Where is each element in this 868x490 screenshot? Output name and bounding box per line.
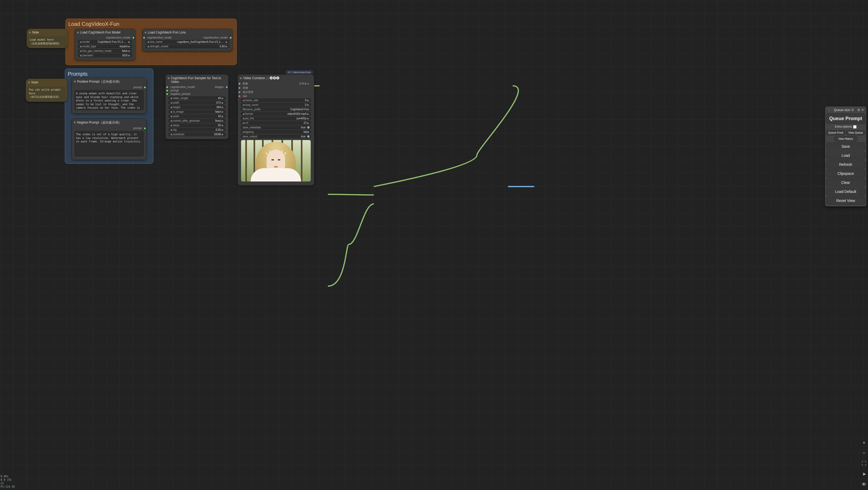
param-low-gpu[interactable]: ◀low_gpu_memory_modefalse▶ <box>78 49 132 53</box>
param-steps[interactable]: ◀steps50▶ <box>168 123 226 127</box>
navigate-icon[interactable]: ➤ <box>862 471 866 477</box>
param-video-length[interactable]: ◀video_length49▶ <box>168 96 226 100</box>
note-load-text[interactable]: Load model here （在此选择要使用的模型） <box>28 36 66 47</box>
note-prompt-text[interactable]: You can write prompt here （你可以在此填写提示词） <box>27 86 66 100</box>
zoom-out-icon[interactable]: − <box>863 451 866 456</box>
canvas-controls: ＋ − ⛶ ➤ 👁 <box>862 439 866 487</box>
stats-overlay: 0.00s 8 8 [8] 22 PS:119.05 <box>1 474 15 488</box>
out-images: images <box>215 86 223 89</box>
refresh-button[interactable]: Refresh <box>826 160 865 169</box>
param-meta[interactable]: save_metadatatrue <box>241 125 311 129</box>
pos-prompt-text[interactable]: A young woman with beautiful and clear e… <box>74 90 144 110</box>
extra-options-checkbox[interactable] <box>853 125 857 129</box>
save-button[interactable]: Save <box>826 143 865 150</box>
param-scheduler[interactable]: ◀schedulerDDIM▶ <box>168 132 226 136</box>
param-crf[interactable]: ◀crf22▶ <box>241 121 311 125</box>
extra-options-label: Extra options <box>835 125 852 128</box>
in-sampler-model: cogvideoxfun_model <box>170 86 195 89</box>
node-load-model-title: Load CogVideoX-Fun Model <box>75 29 135 35</box>
in-vae: vae <box>243 95 247 97</box>
fullscreen-icon[interactable]: ⛶ <box>862 461 866 466</box>
drag-handle-icon[interactable]: ⋮ <box>827 109 830 111</box>
close-icon[interactable]: ✕ <box>861 108 864 112</box>
param-cfg[interactable]: ◀cfg6.00▶ <box>168 128 226 132</box>
param-loop[interactable]: ◀loop_count0▶ <box>241 103 311 107</box>
note-prompt[interactable]: Note You can write prompt here （你可以在此填写提… <box>26 79 67 102</box>
tag-17: #17 VideoHelperSuite <box>286 70 313 74</box>
out-neg-prompt: prompt <box>133 127 142 130</box>
note-load[interactable]: Note Load model here （在此选择要使用的模型） <box>27 29 67 48</box>
queue-size-label: Queue size: <box>834 108 851 112</box>
param-precision[interactable]: ◀precisionbf16▶ <box>78 53 132 57</box>
group-title-prompts: Prompts <box>68 71 150 77</box>
node-negative-prompt[interactable]: #73 CogVideoX-Fun Negtive Prompt（反向提示词） … <box>71 119 147 160</box>
gear-icon[interactable]: ⚙ <box>857 108 860 112</box>
clear-button[interactable]: Clear <box>826 179 865 187</box>
load-button[interactable]: Load <box>826 151 865 159</box>
zoom-in-icon[interactable]: ＋ <box>862 439 866 446</box>
group-title-load: Load CogVideoX-Fun <box>68 21 234 27</box>
param-prefix[interactable]: filename_prefixCogVideoX-Fun <box>241 108 311 111</box>
param-pixfmt[interactable]: ◀pix_fmtyuv420p▶ <box>241 116 311 120</box>
node-positive-prompt[interactable]: #75 CogVideoX-Fun Positive Prompt（正向提示词）… <box>71 78 147 114</box>
param-save-output[interactable]: save_outputtrue <box>241 134 311 139</box>
reset-view-button[interactable]: Reset View <box>826 196 865 205</box>
out-filename: 文件名 ▸ <box>299 82 309 86</box>
queue-size-value: 0 <box>852 108 854 112</box>
param-format[interactable]: ◀formatvideo/h264-mp4▶ <box>241 112 311 116</box>
clipspace-button[interactable]: Clipspace <box>826 170 865 178</box>
queue-prompt-button[interactable]: Queue Prompt <box>826 114 865 124</box>
view-history-button[interactable]: View History <box>834 136 857 141</box>
queue-front-button[interactable]: Queue Front <box>826 130 845 135</box>
in-sampler-prompt: prompt <box>170 89 179 92</box>
node-sampler[interactable]: #88 CogVideoX-Fun CogVideoX-Fun Sampler … <box>165 74 228 139</box>
in-images: 图像 <box>243 82 248 86</box>
param-width[interactable]: ◀width672▶ <box>168 101 226 105</box>
node-load-lora-title: Load CogVideoX-Fun Lora <box>143 29 232 35</box>
param-is-image[interactable]: ◀is_imagefalse▶ <box>168 110 226 114</box>
param-control[interactable]: ◀control_after_generatefixed▶ <box>168 119 226 123</box>
in-batch: 批次管理 <box>243 90 253 94</box>
in-model: cogvideoxfun_model <box>147 36 172 39</box>
param-pingpong[interactable]: pingpongfalse <box>241 130 311 134</box>
in-audio: 音频 <box>243 86 248 90</box>
param-framerate[interactable]: ◀frame_rate8▶ <box>241 98 311 102</box>
out-model-lora: cogvideoxfun_model <box>203 36 227 39</box>
param-model-type[interactable]: ◀model_typeInpaint▶ <box>78 44 132 49</box>
param-height[interactable]: ◀height384▶ <box>168 105 226 109</box>
visibility-icon[interactable]: 👁 <box>862 482 866 487</box>
video-preview <box>241 140 311 182</box>
param-model[interactable]: ◀modelCogVideoX-Fun-V1.1-2b-InP▶ <box>78 40 132 44</box>
node-combine-title: Video Combine 🎥🅥🅗🅢 <box>238 75 314 81</box>
out-pos-prompt: prompt <box>133 86 142 89</box>
node-video-combine[interactable]: #17 VideoHelperSuite Video Combine 🎥🅥🅗🅢 … <box>238 74 314 185</box>
view-queue-button[interactable]: View Queue <box>846 130 865 135</box>
param-lora-name[interactable]: ◀lora_namecogvideox_fun/CogVideoX-Fun-V1… <box>145 40 229 44</box>
param-seed[interactable]: ◀seed43▶ <box>168 114 226 118</box>
param-lora-strength[interactable]: ◀strength_model0.60▶ <box>145 44 229 49</box>
note-prompt-title: Note <box>26 79 67 85</box>
node-sampler-title: CogVideoX-Fun Sampler for Text to Video <box>165 75 228 85</box>
in-sampler-neg: negative_prompt <box>170 92 190 95</box>
node-load-lora[interactable]: #92 CogVideoX-Fun Load CogVideoX-Fun Lor… <box>142 29 232 51</box>
neg-prompt-text[interactable]: The video is not of a high quality, it h… <box>74 131 144 156</box>
node-pos-title: Positive Prompt（正向提示词） <box>72 78 147 85</box>
note-load-title: Note <box>27 29 67 35</box>
node-neg-title: Negtive Prompt（反向提示词） <box>72 119 147 126</box>
load-default-button[interactable]: Load Default <box>826 188 865 195</box>
node-load-model[interactable]: #87 CogVideoX-Fun Load CogVideoX-Fun Mod… <box>75 29 135 60</box>
out-model: cogvideoxfun_model <box>106 36 130 39</box>
control-panel[interactable]: ⋮ Queue size: 0 ⚙ ✕ Queue Prompt Extra o… <box>825 106 866 207</box>
